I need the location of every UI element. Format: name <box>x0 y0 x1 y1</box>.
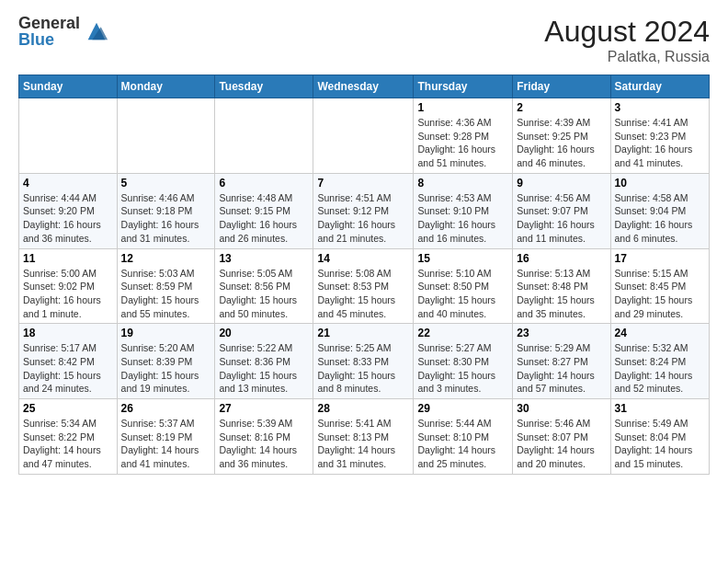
day-info: Sunrise: 5:34 AM Sunset: 8:22 PM Dayligh… <box>23 417 113 471</box>
day-number: 1 <box>417 101 508 114</box>
location: Palatka, Russia <box>544 49 710 65</box>
day-info: Sunrise: 5:25 AM Sunset: 8:33 PM Dayligh… <box>317 341 409 396</box>
day-info: Sunrise: 5:00 AM Sunset: 9:02 PM Dayligh… <box>23 267 113 321</box>
day-number: 17 <box>615 252 705 265</box>
calendar-cell: 17Sunrise: 5:15 AM Sunset: 8:45 PM Dayli… <box>610 248 709 324</box>
day-number: 4 <box>23 177 113 190</box>
day-info: Sunrise: 5:10 AM Sunset: 8:50 PM Dayligh… <box>417 267 508 321</box>
day-number: 11 <box>23 252 113 265</box>
logo-text: General Blue <box>18 15 80 48</box>
calendar-cell: 30Sunrise: 5:46 AM Sunset: 8:07 PM Dayli… <box>513 399 610 475</box>
day-number: 31 <box>615 402 705 415</box>
calendar-body: 1Sunrise: 4:36 AM Sunset: 9:28 PM Daylig… <box>19 98 710 475</box>
col-saturday: Saturday <box>610 75 709 98</box>
col-monday: Monday <box>117 75 215 98</box>
month-title: August 2024 <box>544 15 710 49</box>
day-number: 3 <box>615 101 705 114</box>
calendar-cell: 27Sunrise: 5:39 AM Sunset: 8:16 PM Dayli… <box>215 399 313 475</box>
logo-general: General <box>18 15 80 31</box>
day-number: 14 <box>317 252 409 265</box>
logo-icon <box>84 18 109 44</box>
day-number: 15 <box>417 252 508 265</box>
col-thursday: Thursday <box>414 75 513 98</box>
calendar-cell: 1Sunrise: 4:36 AM Sunset: 9:28 PM Daylig… <box>414 98 513 174</box>
calendar-cell: 9Sunrise: 4:56 AM Sunset: 9:07 PM Daylig… <box>513 173 610 248</box>
calendar-cell: 21Sunrise: 5:25 AM Sunset: 8:33 PM Dayli… <box>313 324 414 399</box>
day-number: 13 <box>219 252 309 265</box>
day-number: 21 <box>317 327 409 339</box>
calendar-cell: 20Sunrise: 5:22 AM Sunset: 8:36 PM Dayli… <box>215 324 313 399</box>
day-number: 9 <box>517 177 606 190</box>
day-info: Sunrise: 4:41 AM Sunset: 9:23 PM Dayligh… <box>615 116 705 170</box>
day-info: Sunrise: 5:29 AM Sunset: 8:27 PM Dayligh… <box>517 341 606 396</box>
calendar-cell: 22Sunrise: 5:27 AM Sunset: 8:30 PM Dayli… <box>414 324 513 399</box>
logo: General Blue <box>18 15 109 48</box>
header-row: Sunday Monday Tuesday Wednesday Thursday… <box>19 75 710 98</box>
week-row-2: 4Sunrise: 4:44 AM Sunset: 9:20 PM Daylig… <box>19 173 710 248</box>
calendar-cell: 29Sunrise: 5:44 AM Sunset: 8:10 PM Dayli… <box>414 399 513 475</box>
day-number: 18 <box>23 327 113 339</box>
calendar-cell: 7Sunrise: 4:51 AM Sunset: 9:12 PM Daylig… <box>313 173 414 248</box>
day-number: 28 <box>317 402 409 415</box>
calendar-cell: 3Sunrise: 4:41 AM Sunset: 9:23 PM Daylig… <box>610 98 709 174</box>
week-row-4: 18Sunrise: 5:17 AM Sunset: 8:42 PM Dayli… <box>19 324 710 399</box>
col-wednesday: Wednesday <box>313 75 414 98</box>
day-info: Sunrise: 4:58 AM Sunset: 9:04 PM Dayligh… <box>615 191 705 246</box>
calendar-cell: 26Sunrise: 5:37 AM Sunset: 8:19 PM Dayli… <box>117 399 215 475</box>
calendar-cell: 25Sunrise: 5:34 AM Sunset: 8:22 PM Dayli… <box>19 399 118 475</box>
col-tuesday: Tuesday <box>215 75 313 98</box>
calendar-cell: 10Sunrise: 4:58 AM Sunset: 9:04 PM Dayli… <box>610 173 709 248</box>
day-number: 5 <box>121 177 211 190</box>
calendar-cell: 8Sunrise: 4:53 AM Sunset: 9:10 PM Daylig… <box>414 173 513 248</box>
calendar-cell: 13Sunrise: 5:05 AM Sunset: 8:56 PM Dayli… <box>215 248 313 324</box>
calendar-cell: 28Sunrise: 5:41 AM Sunset: 8:13 PM Dayli… <box>313 399 414 475</box>
day-number: 26 <box>121 402 211 415</box>
day-info: Sunrise: 5:32 AM Sunset: 8:24 PM Dayligh… <box>615 341 705 396</box>
day-info: Sunrise: 5:49 AM Sunset: 8:04 PM Dayligh… <box>615 417 705 471</box>
day-number: 19 <box>121 327 211 339</box>
col-friday: Friday <box>513 75 610 98</box>
week-row-5: 25Sunrise: 5:34 AM Sunset: 8:22 PM Dayli… <box>19 399 710 475</box>
day-info: Sunrise: 4:53 AM Sunset: 9:10 PM Dayligh… <box>417 191 508 246</box>
logo-blue: Blue <box>18 31 80 48</box>
calendar-cell: 6Sunrise: 4:48 AM Sunset: 9:15 PM Daylig… <box>215 173 313 248</box>
calendar-header: Sunday Monday Tuesday Wednesday Thursday… <box>19 75 710 98</box>
calendar-cell: 2Sunrise: 4:39 AM Sunset: 9:25 PM Daylig… <box>513 98 610 174</box>
day-number: 27 <box>219 402 309 415</box>
day-number: 30 <box>517 402 606 415</box>
day-info: Sunrise: 4:51 AM Sunset: 9:12 PM Dayligh… <box>317 191 409 246</box>
week-row-3: 11Sunrise: 5:00 AM Sunset: 9:02 PM Dayli… <box>19 248 710 324</box>
calendar-cell: 23Sunrise: 5:29 AM Sunset: 8:27 PM Dayli… <box>513 324 610 399</box>
day-number: 23 <box>517 327 606 339</box>
day-info: Sunrise: 5:22 AM Sunset: 8:36 PM Dayligh… <box>219 341 309 396</box>
calendar-cell: 15Sunrise: 5:10 AM Sunset: 8:50 PM Dayli… <box>414 248 513 324</box>
calendar-cell: 19Sunrise: 5:20 AM Sunset: 8:39 PM Dayli… <box>117 324 215 399</box>
col-sunday: Sunday <box>19 75 118 98</box>
day-info: Sunrise: 5:08 AM Sunset: 8:53 PM Dayligh… <box>317 267 409 321</box>
calendar-cell: 14Sunrise: 5:08 AM Sunset: 8:53 PM Dayli… <box>313 248 414 324</box>
calendar-cell: 4Sunrise: 4:44 AM Sunset: 9:20 PM Daylig… <box>19 173 118 248</box>
day-info: Sunrise: 5:41 AM Sunset: 8:13 PM Dayligh… <box>317 417 409 471</box>
calendar-cell <box>215 98 313 174</box>
day-number: 10 <box>615 177 705 190</box>
day-number: 22 <box>417 327 508 339</box>
calendar-table: Sunday Monday Tuesday Wednesday Thursday… <box>18 75 710 475</box>
calendar-cell: 31Sunrise: 5:49 AM Sunset: 8:04 PM Dayli… <box>610 399 709 475</box>
day-number: 2 <box>517 101 606 114</box>
day-info: Sunrise: 4:44 AM Sunset: 9:20 PM Dayligh… <box>23 191 113 246</box>
calendar-cell: 5Sunrise: 4:46 AM Sunset: 9:18 PM Daylig… <box>117 173 215 248</box>
day-info: Sunrise: 5:27 AM Sunset: 8:30 PM Dayligh… <box>417 341 508 396</box>
day-info: Sunrise: 5:39 AM Sunset: 8:16 PM Dayligh… <box>219 417 309 471</box>
day-number: 12 <box>121 252 211 265</box>
day-number: 24 <box>615 327 705 339</box>
week-row-1: 1Sunrise: 4:36 AM Sunset: 9:28 PM Daylig… <box>19 98 710 174</box>
day-number: 29 <box>417 402 508 415</box>
day-info: Sunrise: 5:44 AM Sunset: 8:10 PM Dayligh… <box>417 417 508 471</box>
day-info: Sunrise: 5:20 AM Sunset: 8:39 PM Dayligh… <box>121 341 211 396</box>
day-info: Sunrise: 5:13 AM Sunset: 8:48 PM Dayligh… <box>517 267 606 321</box>
calendar-cell: 16Sunrise: 5:13 AM Sunset: 8:48 PM Dayli… <box>513 248 610 324</box>
day-info: Sunrise: 5:37 AM Sunset: 8:19 PM Dayligh… <box>121 417 211 471</box>
calendar-cell <box>19 98 118 174</box>
day-info: Sunrise: 4:39 AM Sunset: 9:25 PM Dayligh… <box>517 116 606 170</box>
calendar-cell: 11Sunrise: 5:00 AM Sunset: 9:02 PM Dayli… <box>19 248 118 324</box>
